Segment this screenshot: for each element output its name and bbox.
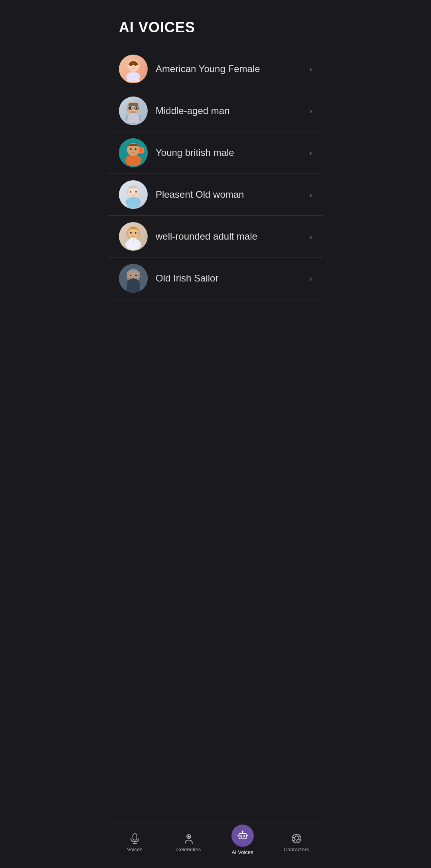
voices-list: American Young Female › xyxy=(108,44,323,563)
voice-name-3: Young british male xyxy=(156,146,304,159)
avatar-5 xyxy=(119,222,148,251)
svg-point-3 xyxy=(135,65,136,66)
voice-item-3[interactable]: Young british male › xyxy=(108,132,323,174)
svg-point-19 xyxy=(135,148,136,150)
svg-point-45 xyxy=(243,835,245,837)
svg-point-30 xyxy=(130,232,132,234)
voice-item-4[interactable]: Pleasent Old woman › xyxy=(108,174,323,216)
svg-point-18 xyxy=(130,148,132,150)
voice-item-2[interactable]: Middle-aged man › xyxy=(108,90,323,132)
voice-name-1: American Young Female xyxy=(156,63,304,75)
nav-label-characters: Characters xyxy=(284,846,309,852)
nav-label-celebrities: Celebrities xyxy=(176,846,201,852)
bottom-nav: Voices Celebrities xyxy=(108,823,323,868)
svg-point-21 xyxy=(139,148,143,152)
chevron-icon-3: › xyxy=(309,148,312,157)
chevron-icon-1: › xyxy=(309,65,312,74)
voice-name-2: Middle-aged man xyxy=(156,104,304,117)
svg-point-25 xyxy=(135,191,137,193)
svg-point-2 xyxy=(130,65,132,66)
microphone-icon xyxy=(129,833,140,844)
svg-rect-8 xyxy=(129,103,138,106)
svg-point-10 xyxy=(136,107,138,109)
svg-point-24 xyxy=(130,191,131,193)
voice-name-4: Pleasent Old woman xyxy=(156,188,304,201)
nav-tab-voices[interactable]: Voices xyxy=(108,830,162,856)
chevron-icon-2: › xyxy=(309,106,312,116)
voice-name-5: well-rounded adult male xyxy=(156,230,304,242)
star-person-icon xyxy=(183,833,194,844)
nav-tab-ai-voices[interactable]: AI Voices xyxy=(216,827,269,858)
svg-point-36 xyxy=(130,275,131,276)
voice-item-5[interactable]: well-rounded adult male › xyxy=(108,216,323,258)
chevron-icon-4: › xyxy=(309,190,312,199)
spacer xyxy=(108,563,323,823)
characters-icon xyxy=(291,833,302,844)
avatar-6 xyxy=(119,264,148,293)
nav-label-ai-voices: AI Voices xyxy=(231,849,253,855)
svg-point-31 xyxy=(135,232,136,234)
chevron-icon-5: › xyxy=(309,232,312,241)
svg-point-47 xyxy=(242,831,243,832)
chevron-icon-6: › xyxy=(309,274,312,283)
nav-tab-celebrities[interactable]: Celebrities xyxy=(162,830,216,856)
page-container: AI VOICES American Young Female › xyxy=(108,0,323,868)
nav-label-voices: Voices xyxy=(127,846,142,852)
svg-point-37 xyxy=(135,275,137,276)
svg-point-9 xyxy=(129,107,131,109)
avatar-3 xyxy=(119,138,148,167)
svg-point-44 xyxy=(240,835,242,837)
svg-rect-39 xyxy=(133,834,137,840)
svg-point-16 xyxy=(125,154,141,166)
voice-item-6[interactable]: Old Irish Sailor › xyxy=(108,258,323,299)
avatar-4 xyxy=(119,180,148,209)
voice-name-6: Old Irish Sailor xyxy=(156,272,304,284)
nav-tab-characters[interactable]: Characters xyxy=(269,830,323,856)
header: AI VOICES xyxy=(108,0,323,44)
voice-item-1[interactable]: American Young Female › xyxy=(108,48,323,90)
page-title: AI VOICES xyxy=(119,19,312,36)
avatar-1 xyxy=(119,55,148,83)
ai-voices-bubble xyxy=(231,825,254,847)
avatar-2 xyxy=(119,96,148,125)
